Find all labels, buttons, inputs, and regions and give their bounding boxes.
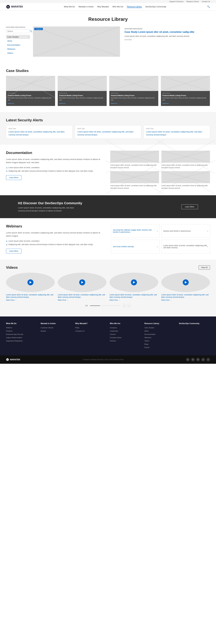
list-item[interactable]: Lorem ipsum dolor sit amet, consetetur s… [161, 240, 210, 254]
sidebar-item-label: Case Studies [7, 36, 19, 38]
logo[interactable]: WARATEK [6, 5, 23, 9]
doc-item-image [161, 171, 210, 183]
footer-link[interactable]: Webinars [144, 337, 151, 338]
video-title: Lorem ipsum dolor sit amet, consetetur s… [161, 294, 210, 299]
footer-link[interactable]: FAQs [75, 327, 79, 328]
card-title: Featured Media Listing Promo [8, 94, 54, 96]
play-button[interactable] [28, 279, 33, 285]
watch-now[interactable]: Watch Now → [110, 299, 158, 301]
footer-link[interactable]: Supported Integrations [6, 340, 23, 342]
webinars-link[interactable]: Webinars [7, 48, 16, 50]
sidebar-item-videos[interactable]: Videos [6, 51, 30, 55]
footer-link[interactable]: Case Studies [144, 327, 154, 328]
nav-resource-library[interactable]: Resource Library [127, 6, 142, 8]
footer-link[interactable]: Products [6, 330, 13, 332]
documentation-link[interactable]: Documentation [7, 44, 20, 46]
search-icon[interactable]: 🔍 [207, 5, 210, 8]
pagination-bar-fill [90, 306, 100, 306]
sidebar-item-webinars[interactable]: Webinars [6, 47, 30, 51]
social-icon-5[interactable]: li [206, 358, 210, 361]
search-input[interactable] [7, 30, 30, 32]
play-button[interactable] [131, 279, 137, 285]
nav-why-waratek[interactable]: Why Waratek [97, 6, 109, 8]
card-read-more-link[interactable]: Read mo... [8, 103, 15, 104]
sidebar-item-case-studies[interactable]: Case Studies › [6, 35, 30, 39]
nav-waratek-in-action[interactable]: Waratek in Action [78, 6, 94, 8]
webinars-list: Lorem ipsum dolor sit amet, consetetur S… [6, 240, 105, 246]
sidebar-label: FEATURED RESOURCES [6, 26, 30, 28]
footer-col-links: Company Leadership Careers Company News … [110, 326, 141, 342]
support-services-link[interactable]: Support & Services [169, 0, 183, 2]
sidebar-item-documentation[interactable]: Documentation [6, 43, 30, 47]
footer-link[interactable]: Platform [6, 327, 12, 328]
footer-link[interactable]: Customer Stories [41, 327, 53, 328]
sidebar-item-alerts[interactable]: Alerts [6, 39, 30, 43]
search-box[interactable]: 🔍 [6, 29, 30, 33]
video-thumbnail-4[interactable] [161, 272, 210, 292]
list-item[interactable]: Securing the software supply-chain: less… [111, 224, 160, 238]
footer-link[interactable]: Careers [110, 333, 116, 335]
svg-point-0 [6, 5, 10, 8]
nav-devsecops-community[interactable]: DevSecOps Community [145, 6, 166, 8]
img-placeholder [111, 151, 159, 162]
doc-learn-more-button[interactable]: Learn More [6, 175, 22, 180]
videos-link[interactable]: Videos [7, 52, 13, 54]
watch-now[interactable]: Watch Now → [161, 299, 210, 301]
linkedin-icon[interactable]: in [186, 358, 190, 361]
card-read-more-link[interactable]: Read mo... [59, 103, 67, 104]
twitter-icon[interactable]: tw [191, 358, 195, 361]
watch-now[interactable]: Watch Now → [6, 299, 55, 301]
table-row: Resource Featured Media Listing Promo De… [58, 76, 107, 106]
prev-page-button[interactable]: ‹ [122, 304, 126, 308]
view-all-button[interactable]: View All [199, 266, 210, 270]
watch-now[interactable]: Watch Now → [58, 299, 106, 301]
footer-link[interactable]: Enterprise App Security [6, 333, 23, 335]
card-image-2 [58, 76, 107, 91]
doc-layout: Documentation Lorem ipsum dolor sit amet… [6, 151, 210, 189]
footer-link[interactable]: Awards [41, 330, 46, 332]
video-thumbnail-3[interactable] [110, 272, 158, 292]
img-placeholder [162, 151, 210, 162]
footer-link[interactable]: Legacy Modernization [6, 337, 22, 338]
video-thumbnail-2[interactable] [58, 272, 106, 292]
list-item: Lorem ipsum dolor sit amet, consetetur s… [6, 272, 55, 301]
nav-who-we-are[interactable]: Who We Are [112, 6, 123, 8]
request-demo-link[interactable]: Request a Demo [186, 0, 199, 2]
footer-link[interactable]: Events [144, 346, 150, 348]
banner-learn-more-button[interactable]: Learn More [181, 204, 198, 209]
footer-link[interactable]: Partners [110, 340, 116, 342]
list-item[interactable]: zero-trust runtime security › [111, 240, 160, 254]
footer-link[interactable]: Leadership [110, 330, 118, 332]
webinars-learn-more-button[interactable]: Learn More [6, 249, 22, 254]
alerts-link[interactable]: Alerts [7, 40, 12, 42]
pagination-arrows: ‹ › [122, 304, 131, 308]
facebook-icon[interactable]: fb [196, 358, 200, 361]
card-read-more-link[interactable]: Read mo... [162, 103, 170, 104]
footer-link[interactable]: Company News [110, 337, 122, 338]
footer-link[interactable]: Videos [144, 340, 149, 342]
nav-what-we-do[interactable]: What We Do [64, 6, 75, 8]
footer-link[interactable]: Alerts [144, 330, 149, 332]
footer-link[interactable]: Company [110, 327, 117, 328]
doc-list: Lorem ipsum dolor sit amet, consetetur S… [6, 166, 106, 173]
table-row: Resource Featured Media Listing Promo De… [109, 76, 158, 106]
list-item[interactable]: lessons and trends in autonomous › [161, 224, 210, 238]
card-read-more-link[interactable]: Read mo... [111, 103, 118, 104]
footer-logo[interactable]: WARATEK [6, 358, 20, 361]
play-button[interactable] [79, 279, 85, 285]
featured-badge: Featured [34, 28, 43, 30]
banner-text: H2 Discover Our DevSecOps Community Lore… [18, 201, 82, 212]
footer-link[interactable]: Documentation [144, 333, 156, 335]
asset-type-label: Asset Type [9, 128, 70, 130]
contact-us-link[interactable]: Contact Us [202, 0, 210, 2]
footer-link[interactable]: Compare Us [75, 330, 84, 332]
list-item: Asset Type Lorem ipsum dolor sit amet, c… [144, 125, 210, 139]
youtube-icon[interactable]: yt [201, 358, 205, 361]
footer-link[interactable]: Blogs [144, 343, 149, 345]
video-thumbnail-1[interactable] [6, 272, 55, 292]
alerts-grid: Asset Type Lorem ipsum dolor sit amet, c… [6, 125, 210, 139]
footer-logo-text: WARATEK [10, 358, 20, 361]
next-page-button[interactable]: › [127, 304, 131, 308]
play-button[interactable] [183, 279, 189, 285]
asset-type-label: Asset Type [77, 128, 139, 130]
